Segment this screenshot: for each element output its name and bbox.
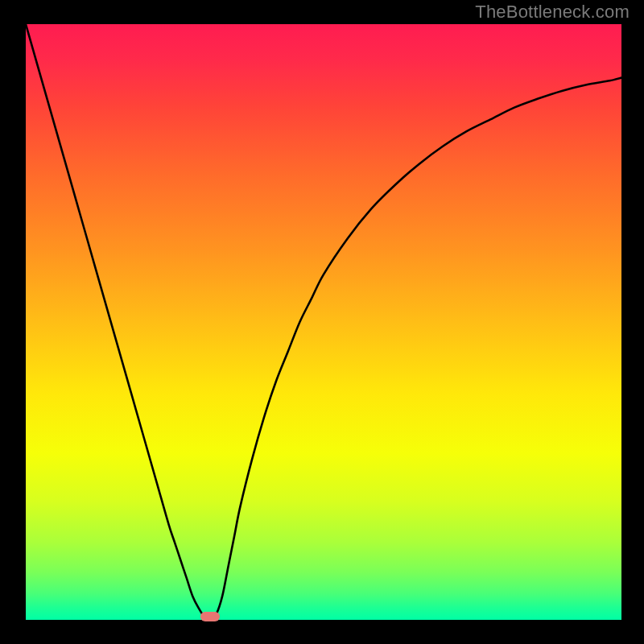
plot-background <box>26 24 621 620</box>
watermark-text: TheBottleneck.com <box>475 2 630 23</box>
chart-plot <box>26 24 621 620</box>
optimal-point-marker <box>200 612 220 621</box>
chart-frame: TheBottleneck.com <box>0 0 644 644</box>
